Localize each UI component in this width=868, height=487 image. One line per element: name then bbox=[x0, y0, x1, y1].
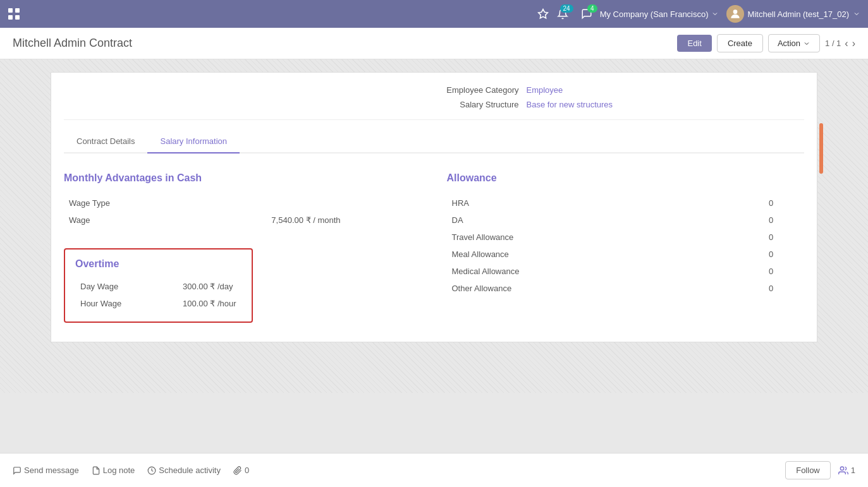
content-area: Employee Category Employee Salary Struct… bbox=[0, 59, 868, 393]
svg-point-5 bbox=[733, 9, 737, 14]
hour-wage-row: Hour Wage 100.00 ₹ /hour bbox=[76, 296, 240, 311]
bottom-right: Follow 1 bbox=[785, 461, 855, 479]
schedule-activity-label: Schedule activity bbox=[159, 466, 221, 475]
scroll-indicator[interactable] bbox=[819, 123, 823, 174]
monthly-section-title: Monthly Advantages in Cash bbox=[64, 172, 422, 184]
wage-type-row: Wage Type bbox=[65, 195, 420, 211]
pagination-text: 1 / 1 bbox=[825, 39, 841, 48]
navbar-left bbox=[8, 8, 20, 20]
tab-contract-details[interactable]: Contract Details bbox=[64, 130, 147, 153]
form-card: Employee Category Employee Salary Struct… bbox=[51, 72, 817, 342]
schedule-activity-action[interactable]: Schedule activity bbox=[147, 466, 221, 475]
send-message-action[interactable]: Send message bbox=[13, 466, 79, 475]
medical-label: Medical Allowance bbox=[448, 263, 764, 279]
page-wrapper: Employee Category Employee Salary Struct… bbox=[0, 59, 868, 487]
pagination: 1 / 1 ‹ › bbox=[825, 38, 855, 49]
allowance-row-hra: HRA 0 bbox=[448, 195, 804, 211]
overtime-title: Overtime bbox=[75, 258, 241, 270]
wage-value: 7,540.00 ₹ / month bbox=[267, 212, 420, 228]
prev-button[interactable]: ‹ bbox=[845, 38, 848, 49]
follow-button[interactable]: Follow bbox=[785, 461, 831, 479]
tab-bar: Contract Details Salary Information bbox=[64, 130, 804, 153]
user-menu[interactable]: Mitchell Admin (test_17_02) bbox=[726, 5, 860, 23]
create-button[interactable]: Create bbox=[717, 34, 763, 52]
allowance-title: Allowance bbox=[447, 172, 805, 184]
allowance-row-da: DA 0 bbox=[448, 212, 804, 228]
salary-info-content: Monthly Advantages in Cash Wage Type Wag… bbox=[64, 166, 804, 329]
page-title: Mitchell Admin Contract bbox=[13, 37, 132, 50]
employee-category-value[interactable]: Employee bbox=[527, 85, 563, 95]
day-wage-row: Day Wage 300.00 ₹ /day bbox=[76, 279, 240, 294]
follower-number: 1 bbox=[851, 466, 855, 475]
other-value: 0 bbox=[765, 280, 803, 296]
svg-rect-2 bbox=[8, 15, 13, 20]
attachments-label: 0 bbox=[245, 466, 249, 475]
wage-label: Wage bbox=[65, 212, 266, 228]
allowance-table: HRA 0 DA 0 Travel Allowance 0 Meal All bbox=[447, 194, 805, 298]
travel-label: Travel Allowance bbox=[448, 229, 764, 245]
attachments-action[interactable]: 0 bbox=[233, 466, 249, 475]
right-fields: Employee Category Employee Salary Struct… bbox=[437, 85, 805, 109]
da-label: DA bbox=[448, 212, 764, 228]
wage-row: Wage 7,540.00 ₹ / month bbox=[65, 212, 420, 228]
allowance-row-meal: Meal Allowance 0 bbox=[448, 246, 804, 262]
hour-wage-label: Hour Wage bbox=[76, 296, 178, 311]
edit-button[interactable]: Edit bbox=[677, 35, 711, 52]
bottom-left: Send message Log note Schedule activity … bbox=[13, 466, 249, 475]
header-actions: Edit Create Action 1 / 1 ‹ › bbox=[677, 34, 855, 52]
log-note-action[interactable]: Log note bbox=[92, 466, 135, 475]
apps-icon[interactable] bbox=[8, 8, 20, 20]
log-note-label: Log note bbox=[103, 466, 135, 475]
star-icon[interactable] bbox=[537, 8, 549, 20]
action-button[interactable]: Action bbox=[768, 34, 820, 52]
bottom-bar: Send message Log note Schedule activity … bbox=[0, 453, 868, 487]
meal-value: 0 bbox=[765, 246, 803, 262]
salary-structure-label: Salary Structure bbox=[437, 100, 519, 109]
travel-value: 0 bbox=[765, 229, 803, 245]
follower-count: 1 bbox=[838, 466, 855, 476]
employee-category-row: Employee Category Employee bbox=[437, 85, 805, 95]
svg-marker-4 bbox=[538, 9, 547, 18]
notification-count: 24 bbox=[560, 4, 573, 13]
overtime-table: Day Wage 300.00 ₹ /day Hour Wage 100.00 … bbox=[75, 277, 241, 313]
salary-structure-value[interactable]: Base for new structures bbox=[527, 100, 613, 109]
user-name: Mitchell Admin (test_17_02) bbox=[748, 9, 849, 19]
top-navbar: 24 4 My Company (San Francisco) Mitchell… bbox=[0, 0, 868, 28]
page-header: Mitchell Admin Contract Edit Create Acti… bbox=[0, 28, 868, 59]
top-fields: Employee Category Employee Salary Struct… bbox=[64, 85, 804, 120]
da-value: 0 bbox=[765, 212, 803, 228]
medical-value: 0 bbox=[765, 263, 803, 279]
svg-rect-1 bbox=[15, 8, 20, 13]
allowance-row-medical: Medical Allowance 0 bbox=[448, 263, 804, 279]
svg-point-7 bbox=[840, 467, 843, 470]
monthly-table: Wage Type Wage 7,540.00 ₹ / month bbox=[64, 194, 422, 229]
wage-type-label: Wage Type bbox=[65, 195, 266, 211]
day-wage-value: 300.00 ₹ /day bbox=[179, 279, 240, 294]
user-avatar bbox=[726, 5, 744, 23]
messages-icon[interactable]: 4 bbox=[581, 8, 592, 20]
company-name: My Company (San Francisco) bbox=[600, 9, 709, 19]
allowance-row-other: Other Allowance 0 bbox=[448, 280, 804, 296]
salary-structure-row: Salary Structure Base for new structures bbox=[437, 100, 805, 109]
navbar-right: 24 4 My Company (San Francisco) Mitchell… bbox=[537, 5, 860, 23]
action-label: Action bbox=[778, 39, 800, 48]
allowance-section: Allowance HRA 0 DA 0 Travel Allowance 0 bbox=[447, 172, 805, 323]
employee-category-label: Employee Category bbox=[437, 85, 519, 95]
hra-label: HRA bbox=[448, 195, 764, 211]
company-selector[interactable]: My Company (San Francisco) bbox=[600, 9, 719, 19]
day-wage-label: Day Wage bbox=[76, 279, 178, 294]
notification-bell[interactable]: 24 bbox=[557, 8, 568, 20]
tab-salary-information[interactable]: Salary Information bbox=[147, 130, 240, 153]
send-message-label: Send message bbox=[24, 466, 79, 475]
meal-label: Meal Allowance bbox=[448, 246, 764, 262]
message-count: 4 bbox=[587, 4, 597, 13]
svg-rect-0 bbox=[8, 8, 13, 13]
wage-type-value bbox=[267, 195, 420, 211]
other-label: Other Allowance bbox=[448, 280, 764, 296]
hour-wage-value: 100.00 ₹ /hour bbox=[179, 296, 240, 311]
hra-value: 0 bbox=[765, 195, 803, 211]
next-button[interactable]: › bbox=[852, 38, 855, 49]
svg-rect-3 bbox=[15, 15, 20, 20]
monthly-advantages-section: Monthly Advantages in Cash Wage Type Wag… bbox=[64, 172, 422, 323]
overtime-box: Overtime Day Wage 300.00 ₹ /day Hour Wag… bbox=[64, 248, 253, 323]
